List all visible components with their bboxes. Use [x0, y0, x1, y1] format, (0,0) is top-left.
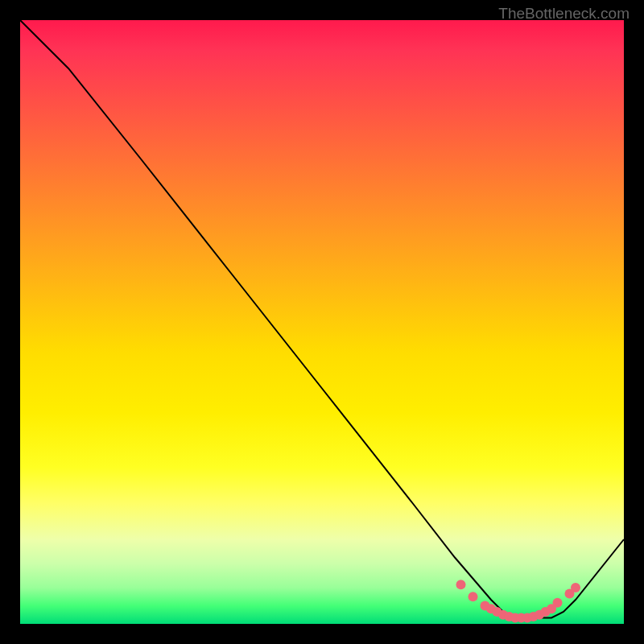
watermark-text: TheBottleneck.com — [498, 5, 630, 23]
optimal-markers — [456, 580, 581, 622]
marker-point — [469, 592, 478, 601]
chart-svg — [20, 20, 624, 624]
marker-point — [571, 583, 580, 592]
marker-point — [456, 580, 466, 589]
bottleneck-curve-line — [20, 20, 624, 618]
marker-point — [553, 598, 563, 608]
